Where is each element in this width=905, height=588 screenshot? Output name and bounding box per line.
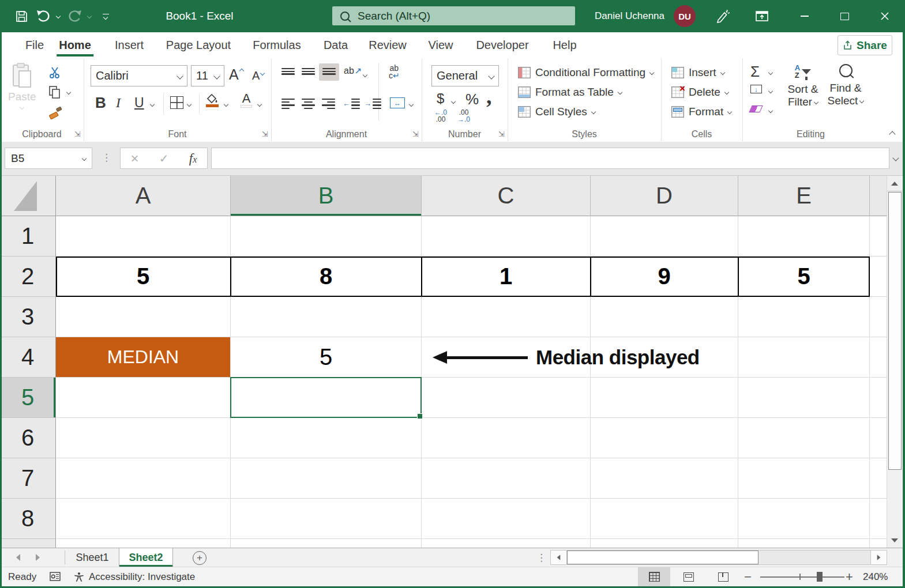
customize-quick-access-toolbar-button[interactable] — [98, 0, 113, 32]
row-header-4[interactable]: 4 — [0, 337, 56, 378]
cell-d7[interactable] — [591, 458, 738, 499]
bottom-align-button[interactable] — [319, 63, 339, 81]
underline-button[interactable]: U — [134, 95, 144, 111]
borders-button[interactable] — [170, 96, 183, 109]
cell-c8[interactable] — [422, 499, 591, 539]
redo-button[interactable] — [65, 0, 84, 32]
cell-c6[interactable] — [422, 418, 591, 458]
cell-a3[interactable] — [56, 297, 231, 337]
cell-styles-button[interactable]: Cell Styles — [518, 105, 595, 118]
formula-bar-drag-dots[interactable]: ⋮ — [102, 152, 112, 164]
autosum-button[interactable]: Σ — [750, 63, 760, 81]
tab-insert[interactable]: Insert — [115, 32, 144, 58]
cell-c9-partial[interactable] — [422, 539, 591, 548]
alignment-dialog-launcher[interactable]: ⇲ — [412, 130, 419, 138]
cell-b3[interactable] — [231, 297, 422, 337]
zoom-level[interactable]: 240% — [863, 567, 888, 586]
redo-dropdown[interactable] — [84, 0, 95, 32]
zoom-in-button[interactable]: + — [846, 567, 853, 586]
top-align-button[interactable] — [281, 68, 295, 76]
clipboard-dialog-launcher[interactable]: ⇲ — [74, 130, 81, 138]
scroll-right-button[interactable] — [870, 551, 887, 564]
font-name-combo[interactable]: Calibri — [91, 65, 187, 86]
wrap-text-button[interactable]: ab c↵ — [389, 65, 400, 80]
row-header-1[interactable]: 1 — [0, 216, 56, 257]
cell-e3[interactable] — [738, 297, 870, 337]
cell-a7[interactable] — [56, 458, 231, 499]
copy-button[interactable] — [48, 86, 61, 99]
borders-dropdown-icon[interactable] — [187, 102, 191, 107]
minimize-button[interactable] — [787, 0, 822, 32]
cell-b1[interactable] — [231, 216, 422, 257]
undo-dropdown[interactable] — [53, 0, 63, 32]
cell-a5[interactable] — [56, 378, 231, 418]
row-header-5[interactable]: 5 — [0, 378, 56, 418]
accessibility-button[interactable] — [74, 572, 84, 585]
cell-a1[interactable] — [56, 216, 231, 257]
undo-button[interactable] — [33, 0, 53, 32]
scroll-left-button[interactable] — [551, 551, 567, 564]
cell-a6[interactable] — [56, 418, 231, 458]
cell-e2[interactable]: 5 — [738, 257, 870, 297]
cell-c2[interactable]: 1 — [422, 257, 591, 297]
clear-dropdown-icon[interactable] — [768, 108, 773, 113]
name-box[interactable]: B5 — [5, 148, 92, 169]
cell-e8[interactable] — [738, 499, 870, 539]
zoom-slider-handle[interactable] — [817, 572, 823, 582]
vertical-scroll-thumb[interactable] — [888, 192, 902, 470]
cell-c1[interactable] — [422, 216, 591, 257]
cell-d4[interactable] — [591, 337, 738, 378]
column-header-a[interactable]: A — [56, 176, 231, 216]
row-header-9-partial[interactable] — [0, 539, 56, 548]
scroll-down-button[interactable] — [887, 533, 902, 548]
increase-font-size-button[interactable]: A — [229, 66, 243, 83]
tab-view[interactable]: View — [429, 32, 453, 58]
merge-center-button[interactable]: ↔ — [390, 97, 405, 108]
tab-formulas[interactable]: Formulas — [253, 32, 301, 58]
page-break-preview-button[interactable] — [707, 567, 739, 586]
number-dialog-launcher[interactable]: ⇲ — [498, 130, 505, 138]
tab-help[interactable]: Help — [553, 32, 576, 58]
align-right-button[interactable] — [322, 99, 335, 109]
decrease-indent-button[interactable]: ← — [343, 99, 360, 109]
cell-e9-partial[interactable] — [738, 539, 870, 548]
sheet-tab-sheet2[interactable]: Sheet2 — [119, 548, 173, 567]
cell-a2[interactable]: 5 — [56, 257, 231, 297]
delete-cells-button[interactable]: Delete — [671, 86, 728, 99]
sheet-tab-sheet1[interactable]: Sheet1 — [66, 548, 119, 567]
macro-record-button[interactable] — [50, 572, 61, 584]
tab-home[interactable]: Home — [59, 32, 91, 58]
cell-d2[interactable]: 9 — [591, 257, 738, 297]
orientation-dropdown-icon[interactable] — [363, 73, 367, 77]
copy-dropdown-icon[interactable] — [66, 90, 71, 95]
new-sheet-button[interactable]: + — [193, 551, 206, 565]
vertical-scrollbar[interactable] — [887, 176, 902, 548]
next-sheet-button[interactable] — [36, 554, 40, 561]
cell-e5[interactable] — [738, 378, 870, 418]
tab-file[interactable]: File — [25, 32, 44, 58]
zoom-slider-track[interactable] — [760, 576, 844, 578]
cell-c5[interactable] — [422, 378, 591, 418]
accounting-format-button[interactable]: $ — [437, 91, 444, 107]
cell-e7[interactable] — [738, 458, 870, 499]
horizontal-scrollbar[interactable] — [550, 550, 887, 565]
cell-e1[interactable] — [738, 216, 870, 257]
cell-a4-median-label[interactable]: MEDIAN — [56, 337, 231, 378]
row-header-6[interactable]: 6 — [0, 418, 56, 458]
fill-button[interactable]: ↓ — [750, 85, 762, 93]
align-left-button[interactable] — [281, 99, 295, 109]
cell-c3[interactable] — [422, 297, 591, 337]
format-as-table-button[interactable]: Format as Table — [518, 86, 622, 99]
cancel-button[interactable]: × — [131, 150, 139, 167]
row-header-8[interactable]: 8 — [0, 499, 56, 539]
decrease-font-size-button[interactable]: A — [252, 69, 264, 82]
fill-dropdown-icon[interactable] — [768, 89, 773, 93]
page-layout-view-button[interactable] — [673, 567, 705, 586]
insert-function-button[interactable]: fx — [189, 151, 197, 166]
cell-d8[interactable] — [591, 499, 738, 539]
font-color-dropdown-icon[interactable] — [257, 102, 262, 107]
decrease-decimal-button[interactable]: .00→.0 — [457, 109, 470, 123]
underline-dropdown-icon[interactable] — [150, 102, 155, 107]
increase-decimal-button[interactable]: ←.0.00 — [434, 109, 447, 123]
cell-e4[interactable] — [738, 337, 870, 378]
